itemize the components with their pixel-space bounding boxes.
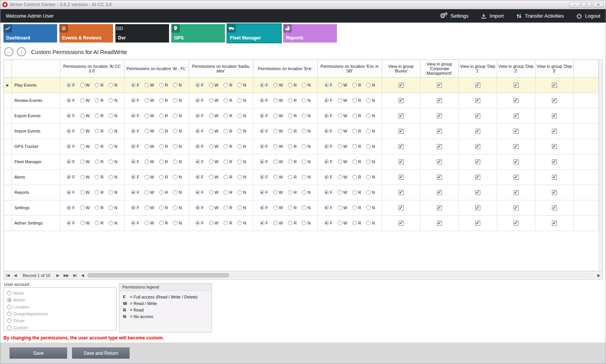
radio-option-r[interactable]: R <box>95 83 103 87</box>
radio-option-r[interactable]: R <box>159 190 168 195</box>
radio-option-n[interactable]: N <box>237 221 246 225</box>
group-checkbox[interactable]: ✓ <box>552 190 557 195</box>
group-checkbox[interactable]: ✓ <box>437 98 442 103</box>
radio-option-w[interactable]: W <box>209 190 218 195</box>
radio-option-w[interactable]: W <box>273 98 283 103</box>
radio-option-r[interactable]: R <box>352 144 361 149</box>
group-checkbox[interactable]: ✓ <box>475 205 480 210</box>
row-label[interactable]: Play Events <box>11 77 60 93</box>
radio-option-w[interactable]: W <box>273 83 283 87</box>
group-checkbox[interactable]: ✓ <box>437 113 442 118</box>
group-checkbox[interactable]: ✓ <box>399 129 404 134</box>
radio-option-r[interactable]: R <box>288 113 297 118</box>
radio-option-f[interactable]: F <box>195 159 204 164</box>
group-checkbox[interactable]: ✓ <box>475 129 480 134</box>
radio-option-w[interactable]: W <box>80 159 90 164</box>
radio-option-f[interactable]: F <box>324 113 333 118</box>
radio-option-r[interactable]: R <box>352 175 361 179</box>
group-checkbox[interactable]: ✓ <box>514 83 519 88</box>
radio-option-w[interactable]: W <box>209 98 218 103</box>
group-checkbox[interactable]: ✓ <box>475 98 480 103</box>
radio-option-f[interactable]: F <box>195 205 204 210</box>
user-account-option-driver[interactable]: Driver <box>7 317 113 324</box>
radio-option-n[interactable]: N <box>302 144 310 149</box>
radio-option-f[interactable]: F <box>195 98 204 103</box>
radio-option-r[interactable]: R <box>352 221 361 225</box>
radio-option-n[interactable]: N <box>108 129 117 133</box>
group-checkbox[interactable]: ✓ <box>399 221 404 226</box>
radio-option-r[interactable]: R <box>95 159 103 164</box>
radio-option-w[interactable]: W <box>338 190 347 195</box>
header-action-import[interactable]: Import <box>481 13 504 19</box>
radio-option-w[interactable]: W <box>273 129 283 133</box>
group-checkbox[interactable]: ✓ <box>552 113 557 118</box>
radio-option-n[interactable]: N <box>173 83 182 87</box>
radio-option-w[interactable]: W <box>209 175 218 179</box>
user-account-option-none[interactable]: None <box>7 290 113 297</box>
radio-option-r[interactable]: R <box>159 144 168 149</box>
radio-option-r[interactable]: R <box>95 113 103 118</box>
radio-option-r[interactable]: R <box>159 83 168 87</box>
radio-option-r[interactable]: R <box>95 129 103 133</box>
group-checkbox[interactable]: ✓ <box>437 205 442 210</box>
radio-option-n[interactable]: N <box>108 98 117 103</box>
scroll-right-button[interactable]: ▶ <box>596 273 601 277</box>
radio-option-n[interactable]: N <box>108 83 117 87</box>
radio-option-f[interactable]: F <box>67 144 75 149</box>
radio-option-w[interactable]: W <box>338 98 347 103</box>
radio-option-w[interactable]: W <box>80 129 90 133</box>
radio-option-f[interactable]: F <box>131 190 140 195</box>
radio-option-f[interactable]: F <box>324 129 333 133</box>
group-checkbox[interactable]: ✓ <box>514 205 519 210</box>
radio-option-n[interactable]: N <box>302 98 310 103</box>
radio-option-n[interactable]: N <box>173 159 182 164</box>
radio-option-f[interactable]: F <box>67 83 75 87</box>
row-label[interactable]: Fleet Manager <box>11 154 60 169</box>
group-checkbox[interactable]: ✓ <box>399 144 404 149</box>
radio-option-r[interactable]: R <box>352 83 361 87</box>
tab-dashboard[interactable]: Dashboard <box>3 24 57 43</box>
radio-option-n[interactable]: N <box>237 113 246 118</box>
group-checkbox[interactable]: ✓ <box>437 175 442 180</box>
radio-option-f[interactable]: F <box>324 221 333 225</box>
radio-option-r[interactable]: R <box>288 144 297 149</box>
horizontal-scrollbar[interactable] <box>87 273 593 278</box>
row-label[interactable]: GPS Tracker <box>11 139 60 154</box>
radio-option-n[interactable]: N <box>302 113 310 118</box>
radio-option-f[interactable]: F <box>131 205 140 210</box>
radio-option-w[interactable]: W <box>145 205 154 210</box>
radio-option-f[interactable]: F <box>131 175 140 179</box>
minimize-button[interactable]: – <box>569 2 580 8</box>
pager-last-button[interactable]: ▶| <box>72 273 77 277</box>
pager-first-button[interactable]: |◀ <box>5 273 10 277</box>
save-return-button[interactable]: Save and Return <box>72 348 130 359</box>
row-label[interactable]: Admin Settings <box>11 215 60 231</box>
tab-events-reviews[interactable]: Events & Reviews <box>59 24 113 43</box>
radio-option-w[interactable]: W <box>273 221 283 225</box>
radio-option-f[interactable]: F <box>324 190 333 195</box>
group-checkbox[interactable]: ✓ <box>399 113 404 118</box>
radio-option-w[interactable]: W <box>273 159 283 164</box>
radio-option-w[interactable]: W <box>338 113 347 118</box>
close-button[interactable]: ✕ <box>593 2 604 8</box>
radio-option-n[interactable]: N <box>173 113 182 118</box>
radio-option-w[interactable]: W <box>145 190 154 195</box>
group-checkbox[interactable]: ✓ <box>552 144 557 149</box>
radio-option-w[interactable]: W <box>80 144 90 149</box>
radio-option-w[interactable]: W <box>80 83 90 87</box>
radio-option-n[interactable]: N <box>237 98 246 103</box>
radio-option-r[interactable]: R <box>95 221 103 225</box>
row-label[interactable]: Export Events <box>11 108 60 123</box>
row-label[interactable]: Settings <box>11 200 60 215</box>
group-checkbox[interactable]: ✓ <box>437 129 442 134</box>
radio-option-f[interactable]: F <box>67 113 75 118</box>
radio-option-w[interactable]: W <box>80 221 90 225</box>
radio-option-r[interactable]: R <box>159 129 168 133</box>
radio-option-r[interactable]: R <box>352 205 361 210</box>
radio-option-f[interactable]: F <box>324 83 333 87</box>
pager-prev-button[interactable]: ◀ <box>13 273 17 277</box>
radio-option-w[interactable]: W <box>209 113 218 118</box>
radio-option-r[interactable]: R <box>288 175 297 179</box>
radio-option-w[interactable]: W <box>338 205 347 210</box>
radio-option-w[interactable]: W <box>273 175 283 179</box>
